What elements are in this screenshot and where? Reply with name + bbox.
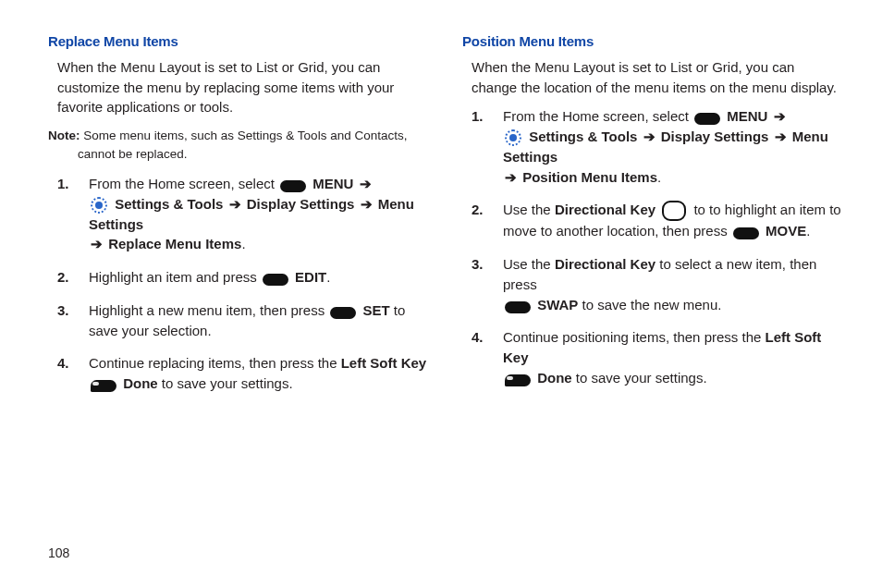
done-label: Done [533,370,572,386]
text: to save your settings. [158,375,293,391]
step-4: Continue replacing items, then press the… [57,353,427,394]
text: Use the [503,256,555,272]
directional-key-label: Directional Key [555,202,655,217]
arrow-icon: ➔ [773,129,789,144]
arrow-icon: ➔ [358,176,374,191]
note-label: Note: [48,129,80,142]
text: Continue positioning items, then press t… [503,329,766,345]
step-1: From the Home screen, select MENU ➔ Sett… [57,174,427,254]
swap-label: SWAP [533,297,578,312]
heading-position: Position Menu Items [462,31,841,52]
intro-replace: When the Menu Layout is set to List or G… [57,57,427,117]
arrow-icon: ➔ [642,129,657,144]
done-label: Done [119,375,158,391]
arrow-icon: ➔ [359,196,374,212]
text: Highlight an item and press [89,269,261,285]
steps-position: From the Home screen, select MENU ➔ Sett… [462,106,841,387]
display-settings-label: Display Settings [243,196,359,212]
step-1: From the Home screen, select MENU ➔ Sett… [472,106,841,187]
left-soft-key-label: Left Soft Key [341,355,427,371]
arrow-icon: ➔ [772,108,788,124]
arrow-icon: ➔ [227,196,243,212]
heading-replace: Replace Menu Items [48,31,427,52]
page-number: 108 [48,545,69,560]
text: From the Home screen, select [503,108,692,124]
set-label: SET [359,302,389,318]
text: to save your settings. [572,370,707,386]
directional-key-label: Directional Key [555,256,655,272]
center-key-icon [263,274,288,286]
text: . [657,169,661,185]
position-items-label: Position Menu Items [519,169,657,185]
left-soft-key-icon [91,380,116,392]
text: Continue replacing items, then press the [89,355,341,371]
text: Use the [503,202,555,217]
arrow-icon: ➔ [89,236,104,251]
settings-gear-icon [505,129,521,146]
left-column: Replace Menu Items When the Menu Layout … [48,31,427,557]
text: . [806,223,810,239]
right-column: Position Menu Items When the Menu Layout… [462,31,841,557]
text: . [326,269,330,285]
manual-page: Replace Menu Items When the Menu Layout … [0,0,882,579]
menu-label: MENU [309,176,358,191]
intro-position: When the Menu Layout is set to List or G… [472,57,841,98]
text: From the Home screen, select [89,176,278,191]
move-label: MOVE [762,223,806,239]
step-3: Highlight a new menu item, then press SE… [57,300,427,341]
directional-key-icon [662,201,686,221]
menu-label: MENU [723,108,772,124]
note-replace: Note: Some menu items, such as Settings … [48,127,427,163]
center-key-icon [280,180,306,192]
step-4: Continue positioning items, then press t… [472,327,841,387]
edit-label: EDIT [291,269,326,285]
display-settings-label: Display Settings [657,129,773,144]
step-2: Highlight an item and press EDIT. [57,267,427,288]
settings-tools-label: Settings & Tools [111,196,227,212]
step-2: Use the Directional Key to to highlight … [472,200,841,241]
note-text: Some menu items, such as Settings & Tool… [78,129,407,161]
text: . [241,236,245,251]
replace-items-label: Replace Menu Items [104,236,241,251]
step-3: Use the Directional Key to select a new … [472,254,841,314]
text: to save the new menu. [578,297,721,312]
center-key-icon [330,307,356,319]
arrow-icon: ➔ [503,169,519,185]
steps-replace: From the Home screen, select MENU ➔ Sett… [48,174,427,394]
left-soft-key-icon [505,374,531,386]
center-key-icon [733,227,759,239]
center-key-icon [694,113,720,125]
center-key-icon [505,301,531,313]
settings-tools-label: Settings & Tools [525,129,642,144]
settings-gear-icon [91,197,107,214]
text: Highlight a new menu item, then press [89,302,328,318]
